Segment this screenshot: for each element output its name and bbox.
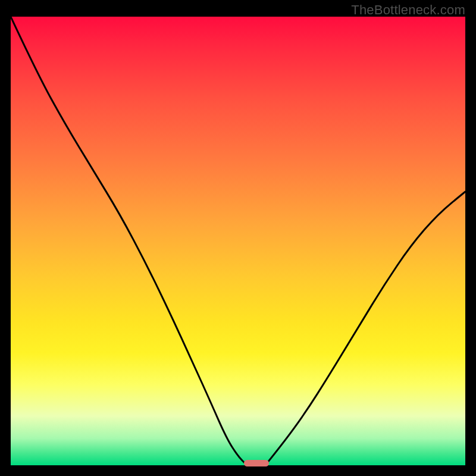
left-curve — [11, 17, 247, 465]
chart-container: TheBottleneck.com — [0, 0, 476, 476]
plot-area — [11, 17, 465, 465]
curve-svg — [11, 17, 465, 465]
watermark-text: TheBottleneck.com — [351, 2, 465, 18]
right-curve — [265, 192, 465, 465]
bottleneck-marker — [244, 460, 269, 466]
